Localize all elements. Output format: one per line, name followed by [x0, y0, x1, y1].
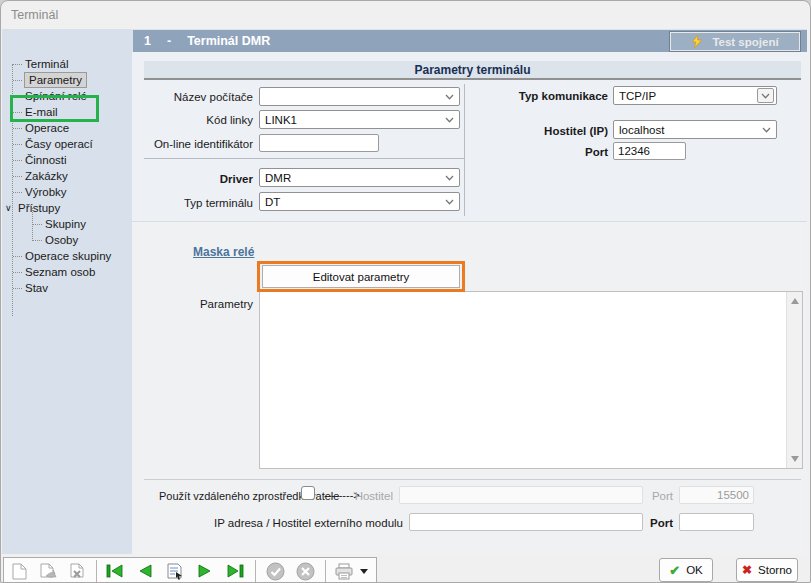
ok-button[interactable]: ✔ OK [659, 558, 713, 582]
driver-value: DMR [265, 172, 291, 184]
typ-komunikace-dropdown[interactable]: TCP/IP [613, 86, 777, 105]
tree-line [13, 96, 22, 97]
sidebar-item-operace[interactable]: Operace [2, 120, 132, 136]
external-port-input[interactable] [679, 513, 754, 531]
remote-port-label: Port [646, 489, 673, 503]
external-ip-input[interactable] [409, 513, 643, 531]
confirm-record-button[interactable] [265, 561, 285, 581]
tree-line [13, 64, 22, 65]
toolbar-separator [96, 560, 97, 582]
ok-label: OK [686, 564, 703, 576]
sidebar-item-label: Parametry [25, 73, 86, 87]
last-record-button[interactable] [225, 561, 245, 581]
sidebar-item-casy-operaci[interactable]: Časy operací [2, 136, 132, 152]
port-input[interactable] [613, 142, 686, 160]
sidebar-item-skupiny[interactable]: Skupiny [2, 216, 132, 232]
sidebar-item-label: Operace [25, 122, 69, 134]
sidebar-item-pristupy[interactable]: ∨Přístupy [2, 200, 132, 216]
tree-line [13, 256, 22, 257]
tree-line [13, 80, 22, 81]
chevron-down-icon[interactable]: ∨ [5, 203, 15, 213]
sidebar-item-seznam-osob[interactable]: Seznam osob [2, 264, 132, 280]
cancel-record-button[interactable] [295, 561, 315, 581]
first-record-button[interactable] [105, 561, 125, 581]
typ-komunikace-value: TCP/IP [619, 90, 656, 102]
nazev-pocitace-combobox[interactable] [259, 87, 460, 106]
sidebar-item-spinani-rele[interactable]: Spínání relé [2, 88, 132, 104]
chevron-down-icon [762, 127, 771, 133]
print-button[interactable] [334, 561, 354, 581]
sidebar-item-email[interactable]: E-mail [2, 104, 132, 120]
confirm-circle-icon [266, 562, 285, 581]
sidebar-item-cinnosti[interactable]: Činnosti [2, 152, 132, 168]
maska-rele-link[interactable]: Maska relé [193, 245, 254, 259]
x-icon: ✖ [742, 563, 752, 577]
next-record-icon [197, 564, 213, 578]
new-record-button[interactable] [9, 561, 29, 581]
remote-port-input [679, 486, 754, 504]
next-record-button[interactable] [195, 561, 215, 581]
sidebar-item-label: Zakázky [25, 170, 68, 182]
divider [464, 84, 465, 216]
delete-document-icon [69, 563, 86, 580]
print-dropdown-button[interactable] [358, 561, 370, 581]
sidebar-item-stav[interactable]: Stav [2, 280, 132, 296]
chevron-down-icon [761, 93, 770, 99]
delete-record-button[interactable] [67, 561, 87, 581]
browse-records-button[interactable] [165, 561, 185, 581]
printer-icon [335, 563, 353, 580]
editovat-parametry-button[interactable]: Editovat parametry [262, 265, 460, 288]
tree-line [33, 240, 42, 241]
sidebar-item-parametry[interactable]: Parametry [2, 72, 132, 88]
chevron-down-icon [445, 117, 454, 123]
parametry-textarea[interactable] [259, 291, 803, 469]
dropdown-arrow-button[interactable] [757, 88, 774, 103]
kod-linky-combobox[interactable]: LINK1 [259, 110, 460, 129]
previous-record-icon [137, 564, 153, 578]
main-panel: 1 - Terminál DMR Test spojení Parametry … [132, 29, 807, 554]
divider [144, 479, 801, 480]
driver-combobox[interactable]: DMR [259, 168, 460, 187]
hostitel-ip-combobox[interactable]: localhost [613, 120, 777, 139]
sidebar-item-osoby[interactable]: Osoby [2, 232, 132, 248]
use-remote-checkbox[interactable] [301, 486, 315, 500]
window-title: Terminál [11, 8, 58, 22]
online-identifikator-input[interactable] [259, 134, 379, 152]
sidebar-item-label: Seznam osob [25, 266, 95, 278]
scroll-up-icon[interactable] [791, 298, 799, 304]
tree-line [13, 144, 22, 145]
record-number: 1 [144, 34, 151, 48]
sidebar-tree: Terminál Parametry Spínání relé E-mail O… [2, 29, 132, 554]
scroll-down-icon[interactable] [791, 456, 799, 462]
remote-hostitel-input [399, 486, 643, 504]
tree-line [13, 288, 22, 289]
typ-terminalu-value: DT [265, 196, 280, 208]
storno-button[interactable]: ✖ Storno [736, 558, 798, 582]
chevron-down-icon [445, 175, 454, 181]
hostitel-ip-label: Hostitel (IP) [498, 124, 608, 138]
storno-label: Storno [758, 564, 792, 576]
online-identifikator-label: On-line identifikátor [134, 137, 253, 151]
tree-line [33, 224, 42, 225]
record-header-bar: 1 - Terminál DMR Test spojení [132, 29, 807, 52]
test-connection-label: Test spojení [712, 36, 778, 48]
sidebar-item-label: Terminál [25, 58, 68, 70]
previous-record-button[interactable] [135, 561, 155, 581]
hostitel-ip-value: localhost [619, 124, 664, 136]
tree-line [13, 272, 22, 273]
edit-record-button[interactable] [38, 561, 58, 581]
vertical-scrollbar[interactable] [786, 292, 802, 468]
sidebar-item-terminal[interactable]: Terminál [2, 56, 132, 72]
test-connection-button[interactable]: Test spojení [670, 32, 800, 51]
app-window: Terminál Terminál Parametry Spínání relé… [0, 0, 811, 583]
remote-hostitel-label: Hostitel [341, 489, 393, 503]
sidebar-item-vyrobky[interactable]: Výrobky [2, 184, 132, 200]
nazev-pocitace-label: Název počítače [144, 90, 253, 104]
tree-line [13, 112, 22, 113]
typ-terminalu-combobox[interactable]: DT [259, 192, 460, 211]
sidebar-item-label: Výrobky [25, 186, 67, 198]
title-bar: Terminál [1, 1, 810, 29]
sidebar-item-operace-skupiny[interactable]: Operace skupiny [2, 248, 132, 264]
sidebar-item-label: Časy operací [25, 138, 93, 150]
sidebar-item-zakazky[interactable]: Zakázky [2, 168, 132, 184]
